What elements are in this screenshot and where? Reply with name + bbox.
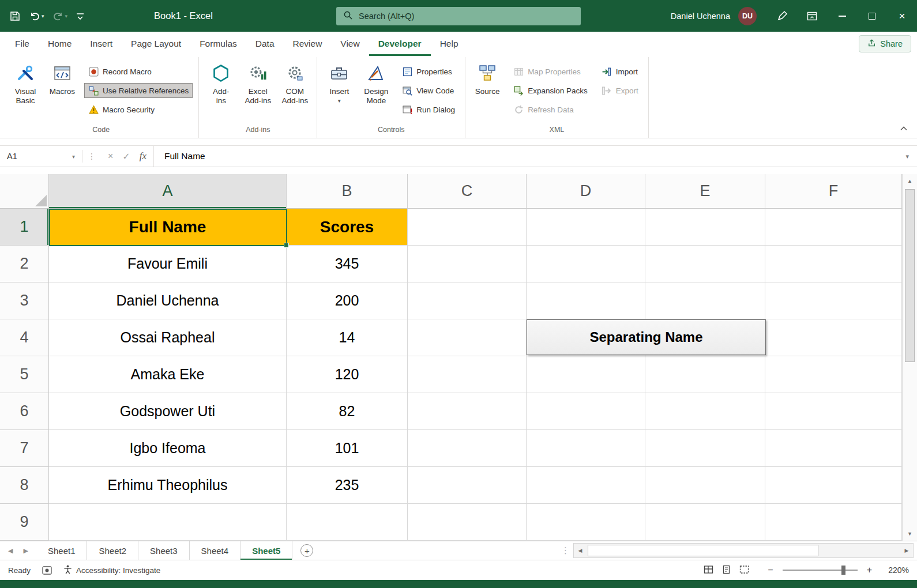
formula-bar-resize-handle[interactable]: ⋮ (82, 150, 101, 163)
scroll-right-icon[interactable]: ▶ (900, 548, 913, 553)
zoom-in-button[interactable]: + (867, 565, 872, 575)
row-header-1[interactable]: 1 (0, 209, 49, 246)
horizontal-scrollbar-thumb[interactable] (588, 545, 818, 556)
scroll-down-icon[interactable]: ▼ (903, 527, 917, 541)
cell-f4[interactable] (765, 319, 902, 356)
tab-file[interactable]: File (6, 32, 39, 56)
sheet-nav-right-icon[interactable]: ▶ (23, 547, 28, 555)
scroll-up-icon[interactable]: ▲ (903, 174, 917, 188)
accessibility-status-button[interactable]: Accessibility: Investigate (63, 565, 160, 576)
com-add-ins-button[interactable]: COM Add-ins (276, 59, 313, 117)
run-dialog-button[interactable]: Run Dialog (398, 102, 459, 117)
sheet-tab-sheet1[interactable]: Sheet1 (36, 541, 88, 560)
cell-b8[interactable]: 235 (287, 467, 408, 504)
row-header-3[interactable]: 3 (0, 282, 49, 319)
cell-c4[interactable] (408, 319, 527, 356)
separating-name-form-button[interactable]: Separating Name (527, 319, 766, 355)
cell-e3[interactable] (645, 282, 765, 319)
cell-b5[interactable]: 120 (287, 356, 408, 393)
insert-function-icon[interactable]: fx (140, 150, 146, 162)
cell-d2[interactable] (527, 246, 645, 282)
cell-f7[interactable] (765, 430, 902, 467)
inking-pen-icon[interactable] (767, 0, 797, 32)
cell-a7[interactable]: Igbo Ifeoma (49, 430, 287, 467)
undo-dropdown-icon[interactable]: ▾ (42, 13, 44, 19)
cell-c2[interactable] (408, 246, 527, 282)
page-break-preview-icon[interactable] (739, 565, 749, 576)
tab-page-layout[interactable]: Page Layout (122, 32, 190, 56)
cell-c6[interactable] (408, 393, 527, 430)
cell-d6[interactable] (527, 393, 645, 430)
cell-c1[interactable] (408, 209, 527, 246)
cell-a9[interactable] (49, 504, 287, 541)
zoom-out-button[interactable]: − (768, 565, 773, 575)
tab-formulas[interactable]: Formulas (190, 32, 246, 56)
select-all-corner[interactable] (0, 174, 49, 209)
cell-e7[interactable] (645, 430, 765, 467)
column-header-d[interactable]: D (527, 174, 645, 209)
cell-e1[interactable] (645, 209, 765, 246)
cell-a3[interactable]: Daniel Uchenna (49, 282, 287, 319)
cell-d3[interactable] (527, 282, 645, 319)
name-box[interactable]: A1 ▾ (0, 146, 82, 167)
row-header-4[interactable]: 4 (0, 319, 49, 356)
save-icon[interactable] (9, 10, 21, 22)
cell-f5[interactable] (765, 356, 902, 393)
sheet-tab-sheet5[interactable]: Sheet5 (240, 541, 292, 560)
row-header-2[interactable]: 2 (0, 246, 49, 282)
new-sheet-button[interactable]: + (300, 544, 313, 557)
view-code-button[interactable]: View Code (398, 83, 459, 98)
row-header-5[interactable]: 5 (0, 356, 49, 393)
account-name[interactable]: Daniel Uchenna (671, 12, 730, 21)
cell-b3[interactable]: 200 (287, 282, 408, 319)
cell-e6[interactable] (645, 393, 765, 430)
add-ins-button[interactable]: Add- ins (202, 59, 239, 117)
formula-input[interactable]: Full Name (153, 146, 897, 167)
horizontal-scrollbar[interactable]: ◀ ▶ (573, 543, 914, 558)
cell-b7[interactable]: 101 (287, 430, 408, 467)
cell-e5[interactable] (645, 356, 765, 393)
scroll-left-icon[interactable]: ◀ (574, 548, 587, 553)
normal-view-icon[interactable] (704, 565, 713, 576)
cell-d8[interactable] (527, 467, 645, 504)
cell-d9[interactable] (527, 504, 645, 541)
cell-a1[interactable]: Full Name (49, 209, 287, 246)
cell-c5[interactable] (408, 356, 527, 393)
sheet-nav-left-icon[interactable]: ◀ (8, 547, 13, 555)
zoom-slider[interactable] (783, 570, 858, 571)
page-layout-view-icon[interactable] (721, 565, 731, 576)
cell-a5[interactable]: Amaka Eke (49, 356, 287, 393)
insert-controls-button[interactable]: Insert ▾ (321, 59, 358, 117)
tab-insert[interactable]: Insert (81, 32, 122, 56)
column-header-a[interactable]: A (49, 174, 287, 209)
cell-f8[interactable] (765, 467, 902, 504)
row-header-7[interactable]: 7 (0, 430, 49, 467)
column-header-e[interactable]: E (645, 174, 765, 209)
cell-f9[interactable] (765, 504, 902, 541)
cell-f1[interactable] (765, 209, 902, 246)
column-header-b[interactable]: B (287, 174, 408, 209)
tab-review[interactable]: Review (284, 32, 332, 56)
customize-quick-access-toolbar-icon[interactable] (76, 12, 85, 20)
column-header-f[interactable]: F (765, 174, 902, 209)
tab-home[interactable]: Home (39, 32, 81, 56)
cell-e2[interactable] (645, 246, 765, 282)
zoom-level[interactable]: 220% (881, 566, 909, 575)
design-mode-button[interactable]: Design Mode (358, 59, 394, 117)
tab-view[interactable]: View (331, 32, 369, 56)
row-header-8[interactable]: 8 (0, 467, 49, 504)
zoom-slider-thumb[interactable] (841, 566, 845, 575)
cell-b4[interactable]: 14 (287, 319, 408, 356)
record-macro-button[interactable]: Record Macro (84, 64, 193, 79)
row-header-6[interactable]: 6 (0, 393, 49, 430)
vertical-scrollbar[interactable]: ▲ ▼ (902, 174, 917, 541)
cell-e9[interactable] (645, 504, 765, 541)
collapse-ribbon-icon[interactable] (900, 123, 908, 133)
cell-a8[interactable]: Erhimu Theophilus (49, 467, 287, 504)
tab-scrollbar-splitter[interactable]: ⋮ (558, 541, 573, 560)
column-header-c[interactable]: C (408, 174, 527, 209)
cell-d7[interactable] (527, 430, 645, 467)
cell-b9[interactable] (287, 504, 408, 541)
undo-button[interactable]: ▾ (29, 10, 44, 22)
close-button[interactable]: × (887, 0, 917, 32)
